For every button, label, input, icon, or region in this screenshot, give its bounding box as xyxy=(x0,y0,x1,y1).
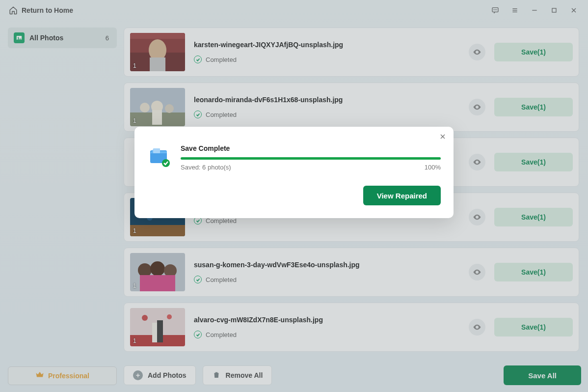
progress-fill xyxy=(181,157,441,160)
view-repaired-button[interactable]: View Repaired xyxy=(363,186,441,205)
close-icon xyxy=(439,133,447,140)
view-repaired-label: View Repaired xyxy=(377,192,427,200)
modal-close-button[interactable] xyxy=(439,133,447,142)
folder-check-icon xyxy=(147,144,171,168)
modal-title: Save Complete xyxy=(181,144,441,152)
progress-bar xyxy=(181,157,441,160)
saved-count-text: Saved: 6 photo(s) xyxy=(181,164,231,171)
svg-rect-42 xyxy=(153,148,160,153)
modal-overlay: Save Complete Saved: 6 photo(s) 100% Vie… xyxy=(0,0,588,392)
save-complete-modal: Save Complete Saved: 6 photo(s) 100% Vie… xyxy=(134,127,454,218)
progress-percent: 100% xyxy=(425,164,441,171)
